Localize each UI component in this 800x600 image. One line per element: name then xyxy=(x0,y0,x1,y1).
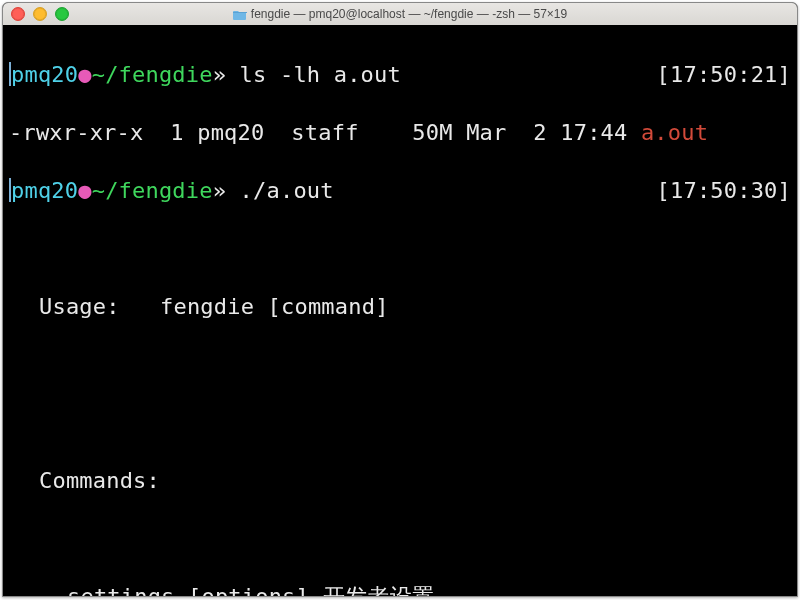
usage-text: fengdie [command] xyxy=(160,294,389,319)
prompt-sep: ● xyxy=(78,62,91,87)
terminal-window: fengdie — pmq20@localhost — ~/fengdie — … xyxy=(2,2,798,597)
window-controls xyxy=(11,7,69,21)
folder-icon xyxy=(233,9,247,20)
window-title: fengdie — pmq20@localhost — ~/fengdie — … xyxy=(3,7,797,21)
window-title-text: fengdie — pmq20@localhost — ~/fengdie — … xyxy=(251,7,567,21)
close-icon[interactable] xyxy=(11,7,25,21)
blank-line xyxy=(9,234,791,263)
prompt-line-1: pmq20●~/fengdie» ls -lh a.out[17:50:21] xyxy=(9,60,791,89)
prompt-path: ~/fengdie xyxy=(92,62,213,87)
blank-line xyxy=(9,524,791,553)
prompt-arrow: » xyxy=(213,62,226,87)
command-text: ./a.out xyxy=(240,178,334,203)
timestamp: [17:50:30] xyxy=(657,176,791,205)
command-desc: 开发者设置 xyxy=(323,584,434,597)
prompt-user: pmq20 xyxy=(11,178,78,203)
minimize-icon[interactable] xyxy=(33,7,47,21)
usage-line: Usage: fengdie [command] xyxy=(9,292,791,321)
prompt-arrow: » xyxy=(213,178,226,203)
terminal-body[interactable]: pmq20●~/fengdie» ls -lh a.out[17:50:21] … xyxy=(3,25,797,596)
output-line: -rwxr-xr-x 1 pmq20 staff 50M Mar 2 17:44… xyxy=(9,118,791,147)
ls-output-file: a.out xyxy=(641,120,708,145)
blank-line xyxy=(9,408,791,437)
blank-line xyxy=(9,350,791,379)
zoom-icon[interactable] xyxy=(55,7,69,21)
prompt-user: pmq20 xyxy=(11,62,78,87)
command-row: settings [options]开发者设置 xyxy=(9,582,791,597)
prompt-sep: ● xyxy=(78,178,91,203)
titlebar[interactable]: fengdie — pmq20@localhost — ~/fengdie — … xyxy=(3,3,797,26)
command-name: settings [options] xyxy=(67,582,323,597)
ls-output: -rwxr-xr-x 1 pmq20 staff 50M Mar 2 17:44 xyxy=(9,120,641,145)
commands-header: Commands: xyxy=(9,466,791,495)
prompt-line-2: pmq20●~/fengdie» ./a.out[17:50:30] xyxy=(9,176,791,205)
prompt-path: ~/fengdie xyxy=(92,178,213,203)
timestamp: [17:50:21] xyxy=(657,60,791,89)
usage-label: Usage: xyxy=(39,294,120,319)
command-text: ls -lh a.out xyxy=(240,62,401,87)
